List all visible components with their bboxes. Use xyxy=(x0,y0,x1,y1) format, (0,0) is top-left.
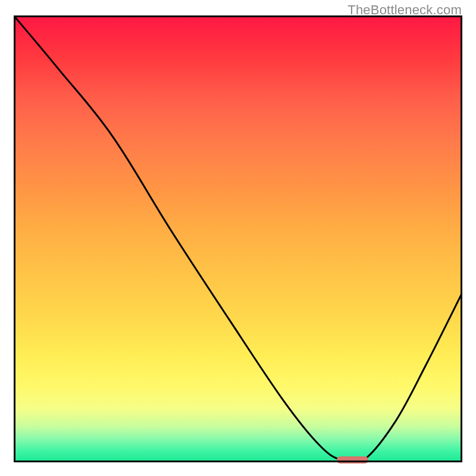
watermark-text: TheBottleneck.com xyxy=(347,2,462,18)
bottleneck-chart: TheBottleneck.com xyxy=(0,0,476,476)
optimal-range-marker xyxy=(337,456,368,464)
plot-background-gradient xyxy=(14,15,462,462)
